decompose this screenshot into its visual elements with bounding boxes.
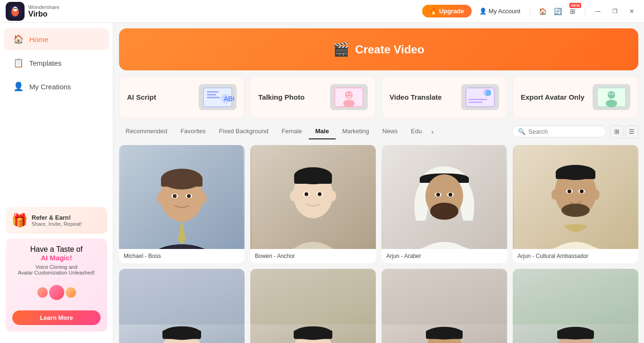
filter-tabs: Recommended Favorites Fixed Background F… [119, 124, 512, 139]
titlebar: Wondershare Virbo 🔥 Upgrade 👤 My Account… [0, 0, 644, 23]
create-video-icon: 🎬 [333, 42, 349, 57]
svg-text:🌐: 🌐 [485, 90, 491, 96]
app-logo: Wondershare Virbo [6, 2, 59, 21]
svg-rect-32 [161, 177, 203, 187]
filter-tab-recommended[interactable]: Recommended [119, 124, 174, 139]
feature-card-talking-photo[interactable]: Talking Photo [250, 76, 376, 118]
filter-tab-edu[interactable]: Edu [404, 124, 428, 139]
maximize-button[interactable]: ❐ [608, 5, 621, 18]
talking-photo-label: Talking Photo [258, 93, 305, 101]
sidebar-item-templates[interactable]: 📋 Templates [4, 52, 109, 74]
templates-icon: 📋 [13, 58, 24, 68]
video-translate-thumb: 🌐 [461, 84, 499, 110]
filter-tab-male[interactable]: Male [309, 124, 336, 139]
avatar-grid: Michael - Boss [113, 139, 644, 343]
minimize-button[interactable]: — [591, 5, 604, 18]
sidebar-templates-label: Templates [29, 59, 61, 67]
ai-script-thumb: ABC [199, 84, 237, 110]
titlebar-icons: 🏠 🔄 ⊞ NEW [536, 5, 579, 18]
svg-point-14 [347, 93, 348, 94]
avatar-card-arjun-araber[interactable]: Arjun - Araber [381, 145, 507, 263]
grid-icon-wrap: ⊞ NEW [566, 5, 579, 18]
create-video-banner[interactable]: 🎬 Create Video [119, 28, 638, 70]
svg-rect-19 [468, 99, 487, 100]
svg-point-47 [305, 192, 308, 196]
account-button[interactable]: 👤 My Account [475, 6, 524, 17]
svg-rect-81 [162, 330, 201, 339]
logo-text: Wondershare Virbo [28, 4, 59, 18]
sidebar-creations-label: My Creations [29, 83, 71, 91]
sidebar-item-my-creations[interactable]: 👤 My Creations [4, 76, 109, 97]
titlebar-divider-2 [585, 7, 585, 16]
filter-tab-favorites[interactable]: Favorites [174, 124, 212, 139]
app-name: Virbo [28, 10, 59, 18]
svg-rect-20 [468, 102, 483, 103]
avatar-card-arjun-cultural[interactable]: Arjun - Cultural Ambassador [513, 145, 638, 263]
main-layout: 🏠 Home 📋 Templates 👤 My Creations 🎁 Refe… [0, 23, 644, 343]
feature-card-ai-script[interactable]: AI Script ABC [119, 76, 245, 118]
sidebar: 🏠 Home 📋 Templates 👤 My Creations 🎁 Refe… [0, 23, 113, 343]
svg-rect-99 [557, 330, 594, 339]
history-button[interactable]: 🔄 [551, 5, 564, 18]
svg-point-50 [330, 191, 336, 201]
list-view-button[interactable]: ☰ [625, 125, 638, 138]
feature-card-video-translate[interactable]: Video Translate 🌐 [381, 76, 507, 118]
refer-earn-card[interactable]: 🎁 Refer & Earn! Share, Invite, Repeat! [6, 207, 107, 234]
sidebar-item-home[interactable]: 🏠 Home [4, 28, 109, 50]
avatar-image-arjun-cultural [513, 145, 638, 249]
refer-icon: 🎁 [11, 213, 28, 228]
filter-tab-marketing[interactable]: Marketing [336, 124, 376, 139]
svg-point-37 [157, 192, 164, 204]
export-avatar-thumb [593, 84, 630, 110]
titlebar-right: 🔥 Upgrade 👤 My Account 🏠 🔄 ⊞ NEW — ❐ ✕ [422, 5, 638, 18]
upgrade-button[interactable]: 🔥 Upgrade [422, 5, 472, 17]
search-input[interactable] [528, 128, 599, 135]
ai-script-thumb-icon: ABC [199, 84, 237, 110]
video-translate-label: Video Translate [390, 93, 442, 101]
promo-subtitle: Voice Cloning andAvatar Customization Un… [12, 264, 101, 275]
svg-point-58 [430, 203, 458, 220]
history-icon-wrap: 🔄 [551, 5, 564, 18]
svg-point-13 [343, 100, 355, 107]
filter-bar: Recommended Favorites Fixed Background F… [113, 124, 644, 139]
svg-point-23 [606, 100, 617, 107]
avatar-card-av7[interactable] [381, 269, 507, 343]
avatar-card-av6[interactable] [250, 269, 376, 343]
promo-visual [12, 278, 101, 307]
avatar-image-av7 [381, 269, 507, 343]
svg-point-38 [199, 192, 207, 204]
avatar-card-bowen-anchor[interactable]: Bowen - Anchor [250, 145, 376, 263]
export-avatar-thumb-icon [593, 84, 630, 110]
close-button[interactable]: ✕ [625, 5, 638, 18]
promo-card[interactable]: Have a Taste of AI Magic! Voice Cloning … [6, 239, 107, 332]
svg-point-22 [608, 91, 615, 99]
avatar-name-bowen-anchor: Bowen - Anchor [250, 249, 376, 263]
learn-more-button[interactable]: Learn More [12, 310, 101, 325]
avatar-card-av8[interactable] [513, 269, 638, 343]
filter-tab-female[interactable]: Female [275, 124, 308, 139]
home-nav-button[interactable]: 🏠 [536, 5, 549, 18]
svg-point-48 [318, 192, 322, 196]
content-area: 🎬 Create Video AI Script ABC [113, 23, 644, 343]
refer-title: Refer & Earn! [32, 214, 82, 221]
refer-subtitle: Share, Invite, Repeat! [32, 221, 82, 227]
feature-card-export-avatar[interactable]: Export Avatar Only [513, 76, 638, 118]
brand-name: Wondershare [28, 4, 59, 10]
view-toggle: ⊞ ☰ [610, 125, 638, 138]
avatar-card-michael-boss[interactable]: Michael - Boss [119, 145, 245, 263]
grid-view-button[interactable]: ⊞ [610, 125, 623, 138]
account-label: My Account [489, 8, 520, 15]
svg-point-35 [173, 194, 177, 198]
filter-tab-news[interactable]: News [376, 124, 405, 139]
promo-highlight: AI Magic! [41, 254, 72, 262]
avatar-image-arjun-araber [381, 145, 507, 249]
create-video-label: Create Video [355, 43, 424, 56]
avatar-name-arjun-araber: Arjun - Araber [381, 249, 507, 263]
svg-point-72 [568, 189, 571, 193]
svg-rect-68 [556, 171, 595, 179]
avatar-card-av5[interactable] [119, 269, 245, 343]
ai-script-label: AI Script [127, 93, 156, 101]
filter-more-button[interactable]: › [428, 124, 436, 139]
home-icon: 🏠 [13, 34, 24, 44]
filter-tab-fixed-bg[interactable]: Fixed Background [212, 124, 275, 139]
